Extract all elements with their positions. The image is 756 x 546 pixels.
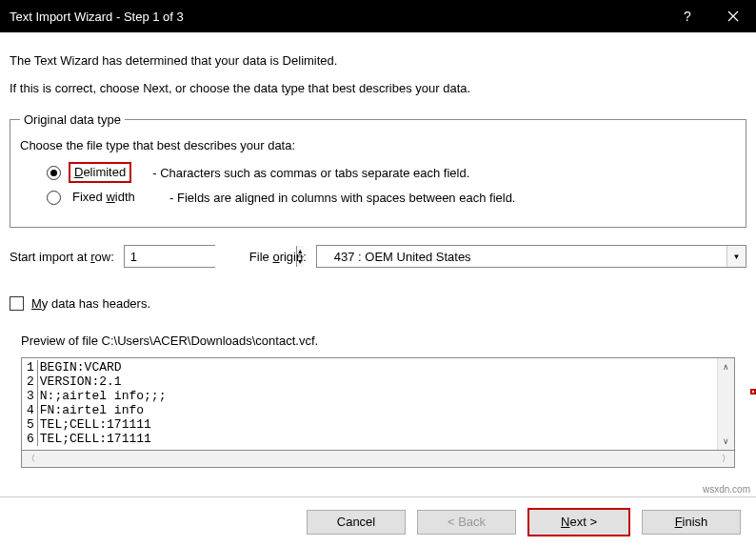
scroll-down-icon[interactable]: ∨ [718,433,734,450]
headers-checkbox[interactable] [10,296,24,311]
watermark: wsxdn.com [703,484,750,495]
delimited-highlight: Delimited [69,162,131,183]
back-button: < Back [417,510,516,535]
chevron-down-icon[interactable]: ▼ [726,246,746,267]
radio-label-fixed: Fixed width [69,189,149,206]
preview-line: 1BEGIN:VCARD [24,360,717,374]
headers-checkbox-row[interactable]: My data has headers. [10,296,746,311]
annotation-marker [750,389,756,394]
finish-button[interactable]: Finish [642,510,741,535]
preview-label: Preview of file C:\Users\ACER\Downloads\… [21,334,746,348]
start-row-label: Start import at row: [10,250,114,264]
preview-line: 2VERSION:2.1 [24,374,717,389]
preview-line: 4FN:airtel info [24,403,717,417]
file-origin-label: File origin: [249,250,307,264]
vertical-scrollbar[interactable]: ∧ ∨ [717,358,734,450]
cancel-button[interactable]: Cancel [307,510,406,535]
preview-line: 5TEL;CELL:171111 [24,417,717,432]
close-icon [727,10,739,22]
dialog-footer: Cancel < Back Next > Finish [0,496,756,546]
start-row-spinner[interactable]: ▲ ▼ [124,245,215,268]
radio-fixed-width[interactable] [47,191,61,205]
group-legend: Original data type [20,112,125,127]
file-origin-select[interactable]: 437 : OEM United States ▼ [316,245,746,268]
scroll-left-icon[interactable]: 〈 [22,451,39,467]
window-title: Text Import Wizard - Step 1 of 3 [10,10,184,24]
intro-text-1: The Text Wizard has determined that your… [10,53,746,68]
scroll-up-icon[interactable]: ∧ [718,358,734,375]
horizontal-scrollbar[interactable]: 〈 〉 [21,451,735,468]
preview-line: 3N:;airtel info;;; [24,389,717,403]
titlebar: Text Import Wizard - Step 1 of 3 ? [0,0,756,32]
close-button[interactable] [710,0,756,32]
group-instruction: Choose the file type that best describes… [20,138,736,152]
radio-label-delimited: Delimited [74,165,126,179]
next-button[interactable]: Next > [527,508,630,536]
radio-row-fixed[interactable]: Fixed width - Fields are aligned in colu… [47,189,736,206]
radio-desc-fixed: - Fields are aligned in columns with spa… [169,191,515,205]
radio-desc-delimited: - Characters such as commas or tabs sepa… [152,166,469,180]
preview-box: 1BEGIN:VCARD 2VERSION:2.1 3N:;airtel inf… [21,357,735,451]
preview-line: 6TEL;CELL:171111 [24,432,717,446]
intro-text-2: If this is correct, choose Next, or choo… [10,81,746,95]
headers-label: My data has headers. [31,296,150,311]
radio-delimited[interactable] [47,166,61,180]
radio-row-delimited[interactable]: Delimited - Characters such as commas or… [47,162,736,183]
help-button[interactable]: ? [665,0,710,32]
preview-content: 1BEGIN:VCARD 2VERSION:2.1 3N:;airtel inf… [22,358,717,450]
file-origin-value: 437 : OEM United States [317,250,726,264]
scroll-track[interactable] [718,375,734,433]
original-data-type-group: Original data type Choose the file type … [10,112,746,228]
scroll-right-icon[interactable]: 〉 [717,451,734,467]
